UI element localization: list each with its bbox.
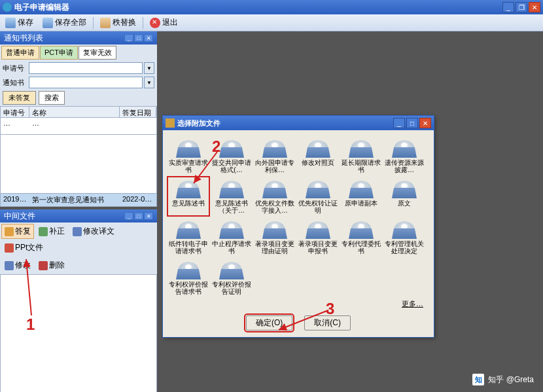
file-item[interactable]: 专利权评价报告请求书 (167, 257, 210, 298)
notice-table-body-top: … … (0, 118, 157, 135)
document-icon (219, 177, 244, 198)
cancel-button[interactable]: 取消(C) (304, 315, 351, 330)
file-item[interactable]: 原文 (383, 176, 426, 217)
file-label: 实质审查请求书 (168, 159, 209, 173)
notice-dropdown[interactable]: ▼ (144, 77, 154, 88)
document-icon (176, 137, 201, 158)
close-button[interactable]: ✕ (529, 2, 540, 12)
document-icon (392, 137, 417, 158)
tab-search[interactable]: 搜索 (39, 91, 65, 105)
notice-table-header: 申请号 名称 答复日期 (0, 106, 157, 118)
middle-files-panel: 中间文件 _ □ ✕ 答复 补正 修改译文 PPt文件 (0, 209, 157, 392)
app-number-dropdown[interactable]: ▼ (144, 62, 154, 74)
panel-close-button[interactable]: ✕ (144, 212, 153, 220)
app-number-input[interactable] (29, 62, 143, 74)
notice-list-titlebar: 通知书列表 _ □ ✕ (0, 31, 157, 45)
document-icon (392, 218, 417, 239)
dialog-close-button[interactable]: ✕ (419, 118, 431, 128)
file-item[interactable]: 遗传资源来源披露… (383, 135, 426, 176)
modify-button[interactable]: 修改 (1, 258, 34, 273)
panel-close-button[interactable]: ✕ (144, 34, 153, 42)
select-attachment-dialog: 选择附加文件 _ □ ✕ 实质审查请求书提交共同申请格式(…向外国申请专利保…修… (162, 115, 434, 338)
file-item[interactable]: 向外国申请专利保… (253, 135, 296, 176)
panel-min-button[interactable]: _ (124, 34, 133, 42)
file-item[interactable]: 专利管理机关处理决定 (383, 217, 426, 257)
tab-normal[interactable]: 普通申请 (1, 46, 39, 60)
file-label: 提交共同申请格式(… (211, 159, 252, 173)
save-icon (5, 18, 16, 28)
file-label: 著录项目变更申报书 (298, 240, 338, 255)
table-row[interactable]: … … (1, 118, 156, 128)
file-label: 中止程序请求书 (211, 240, 252, 255)
file-item[interactable]: 意见陈述书（关于… (210, 176, 253, 217)
more-link[interactable]: 更多… (167, 298, 430, 310)
file-item[interactable]: 实质审查请求书 (167, 135, 210, 176)
file-item[interactable]: 优先权转让证明 (296, 176, 340, 217)
file-label: 原申请副本 (341, 200, 381, 207)
file-grid: 实质审查请求书提交共同申请格式(…向外国申请专利保…修改对照页延长期限请求书遗传… (167, 135, 430, 298)
document-icon (306, 137, 330, 158)
restore-button[interactable]: ❐ (516, 2, 527, 12)
file-item[interactable]: 专利权评价报告证明 (210, 257, 253, 298)
document-icon (349, 218, 374, 239)
swap-button[interactable]: 秩替换 (97, 16, 139, 29)
zhihu-icon: 知 (472, 374, 484, 385)
document-icon (219, 137, 244, 158)
ppt-file-button[interactable]: PPt文件 (1, 240, 46, 255)
tab-unreplied[interactable]: 未答复 (3, 91, 36, 105)
ppt-icon (5, 243, 14, 253)
file-item[interactable]: 著录项目变更申报书 (296, 217, 340, 257)
tab-pct[interactable]: PCT申请 (40, 46, 78, 60)
file-label: 著录项目变更理由证明 (254, 240, 295, 255)
dialog-maximize-button[interactable]: □ (406, 118, 418, 128)
file-item[interactable]: 优先权文件数字接入… (253, 176, 296, 217)
panel-max-button[interactable]: □ (134, 34, 143, 42)
save-all-button[interactable]: 保存全部 (40, 16, 89, 29)
watermark: 知 知乎 @Greta (472, 374, 534, 385)
app-icon (3, 3, 12, 12)
file-label: 专利代理委托书 (341, 240, 381, 255)
document-icon (262, 218, 287, 239)
file-item[interactable]: 原申请副本 (340, 176, 383, 217)
fix-button[interactable]: 补正 (35, 224, 68, 239)
document-icon (262, 177, 287, 198)
delete-button[interactable]: 删除 (35, 258, 68, 273)
exit-icon (150, 18, 160, 28)
document-icon (306, 218, 330, 239)
edit-translation-button[interactable]: 修改译文 (69, 224, 118, 239)
notice-list-panel: 通知书列表 _ □ ✕ 普通申请 PCT申请 复审无效 申请号 ▼ 通知书 ▼ … (0, 31, 157, 207)
reply-button[interactable]: 答复 (1, 224, 34, 239)
file-item[interactable]: 中止程序请求书 (210, 217, 253, 257)
panel-max-button[interactable]: □ (134, 212, 143, 220)
ok-button[interactable]: 确定(O) (246, 315, 292, 330)
exit-button[interactable]: 退出 (147, 16, 181, 29)
tab-review[interactable]: 复审无效 (79, 46, 116, 60)
file-item[interactable]: 意见陈述书 (167, 176, 210, 217)
document-icon (219, 218, 244, 239)
minimize-button[interactable]: _ (502, 2, 514, 12)
file-item[interactable]: 延长期限请求书 (340, 135, 383, 176)
file-label: 延长期限请求书 (341, 159, 381, 173)
application-type-tabs: 普通申请 PCT申请 复审无效 (0, 45, 157, 61)
file-item[interactable]: 修改对照页 (296, 135, 340, 176)
file-label: 向外国申请专利保… (254, 159, 295, 173)
edit-icon (73, 227, 82, 236)
save-button[interactable]: 保存 (3, 16, 36, 29)
notice-input[interactable] (29, 77, 143, 88)
panel-min-button[interactable]: _ (124, 212, 133, 220)
file-item[interactable]: 纸件转电子申请请求书 (167, 217, 210, 257)
dialog-titlebar: 选择附加文件 _ □ ✕ (163, 116, 434, 130)
modify-icon (5, 261, 14, 270)
notice-table-body-bottom: 2019… 第一次审查意见通知书 2022-0… (0, 194, 157, 207)
file-item[interactable]: 专利代理委托书 (340, 217, 383, 257)
dialog-minimize-button[interactable]: _ (393, 118, 405, 128)
reply-icon (5, 227, 14, 236)
file-label: 原文 (384, 200, 425, 207)
delete-icon (39, 261, 48, 270)
file-label: 专利管理机关处理决定 (384, 240, 425, 255)
file-item[interactable]: 提交共同申请格式(… (210, 135, 253, 176)
file-label: 专利权评价报告证明 (211, 281, 252, 295)
table-row[interactable]: 2019… 第一次审查意见通知书 2022-0… (1, 194, 156, 206)
file-label: 遗传资源来源披露… (384, 159, 425, 173)
file-item[interactable]: 著录项目变更理由证明 (253, 217, 296, 257)
